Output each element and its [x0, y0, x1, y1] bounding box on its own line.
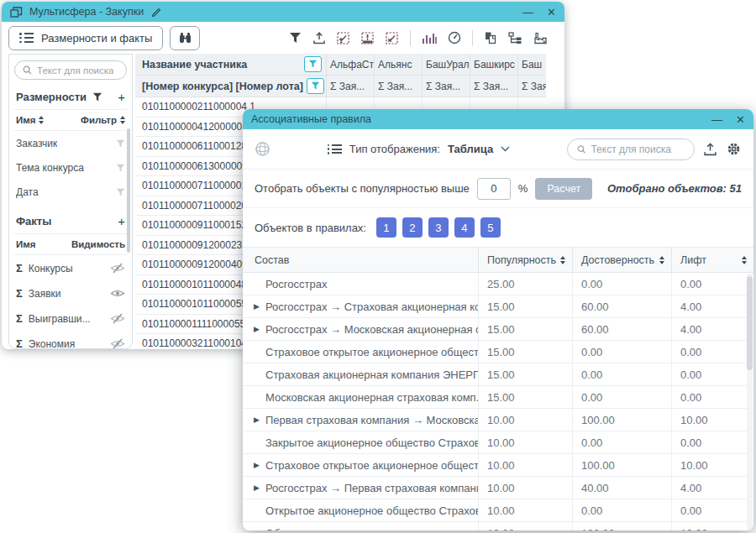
sort-icon[interactable] — [742, 256, 747, 264]
eye-hidden-icon[interactable] — [110, 313, 125, 324]
sphere-icon[interactable] — [255, 141, 270, 157]
filter-icon[interactable] — [92, 92, 102, 102]
measure-header[interactable]: Σ Зая... — [470, 76, 518, 97]
expand-icon[interactable]: ▶ — [254, 461, 265, 469]
column-header-lift[interactable]: Лифт — [671, 248, 753, 272]
rule-size-button[interactable]: 3 — [428, 217, 449, 238]
measure-header[interactable]: Σ Зая... — [327, 76, 375, 97]
rule-row[interactable]: ▶ Закрытое акционерное общество Страхов.… — [243, 431, 753, 454]
column-header[interactable]: Альянс — [375, 54, 423, 75]
rule-row[interactable]: ▶ Страховое открытое акционерное общест.… — [243, 341, 753, 363]
rule-row[interactable]: ▶ Росгосстрах 25.00 0.00 0.00 — [243, 273, 753, 295]
filter-icon[interactable] — [289, 32, 302, 44]
expand-icon[interactable]: ▶ — [254, 415, 265, 424]
main-window-title: Мультисфера - Закупки — [29, 6, 144, 18]
histogram-icon[interactable] — [422, 32, 437, 44]
col-dimension-header[interactable]: [Номер конкурса] [Номер лота] — [135, 76, 327, 97]
rule-size-button[interactable]: 2 — [402, 217, 423, 238]
gauge-icon[interactable] — [448, 31, 461, 44]
column-filter[interactable]: Фильтр — [81, 115, 125, 125]
measure-header[interactable]: Σ Зая... — [375, 76, 423, 97]
rules-scrollbar-thumb[interactable] — [747, 276, 753, 370]
expand-icon[interactable]: ▶ — [254, 302, 265, 311]
expand-icon[interactable]: ▶ — [254, 483, 265, 492]
column-header[interactable]: БашУрал — [423, 54, 470, 75]
rule-row[interactable]: ▶ Об... 10.00 100.00 10.00 — [243, 522, 753, 530]
fact-item[interactable]: Σ Заявки — [13, 280, 128, 306]
sigma-icon: Σ — [16, 287, 23, 300]
eye-hidden-icon[interactable] — [110, 263, 125, 274]
edit-icon[interactable] — [150, 7, 161, 17]
minimize-button[interactable]: — — [711, 114, 722, 125]
dimensions-facts-button[interactable]: Размерности и факты — [8, 26, 163, 50]
search-binoculars-button[interactable] — [170, 26, 200, 50]
copy-icon[interactable] — [484, 31, 497, 44]
close-button[interactable]: ✕ — [736, 114, 745, 125]
close-button[interactable]: ✕ — [547, 7, 556, 18]
sort-icon[interactable] — [659, 256, 664, 264]
rule-row[interactable]: ▶ Московская акционерная страховая комп.… — [243, 386, 753, 409]
rule-size-button[interactable]: 4 — [454, 217, 475, 238]
add-fact-button[interactable]: + — [118, 214, 125, 228]
add-note-icon[interactable] — [337, 32, 350, 44]
eye-hidden-icon[interactable] — [110, 338, 125, 349]
filter-icon[interactable] — [116, 139, 125, 149]
minimize-button[interactable]: — — [522, 7, 533, 18]
list-icon — [19, 33, 34, 43]
dialog-search-input[interactable] — [591, 144, 685, 155]
display-type-selector[interactable]: Тип отображения: Таблица — [328, 143, 510, 155]
filter-icon[interactable] — [116, 188, 125, 197]
rules-table-header: Состав Популярность Достоверность Лифт — [243, 248, 753, 273]
hierarchy-icon[interactable] — [508, 32, 522, 44]
eye-visible-icon[interactable] — [110, 288, 125, 299]
column-header[interactable]: АльфаСтр — [327, 54, 375, 75]
expand-icon[interactable]: ▶ — [254, 529, 265, 530]
rule-row[interactable]: ▶ Росгосстрах → Первая страховая компани… — [243, 477, 753, 499]
fact-item[interactable]: Σ Экономия — [13, 331, 128, 356]
dialog-search[interactable] — [567, 138, 695, 160]
expand-icon[interactable]: ▶ — [254, 325, 265, 333]
fact-item[interactable]: Σ Выигравши... — [13, 306, 128, 331]
row-dimension-header[interactable]: Название участника — [135, 54, 327, 75]
rule-size-button[interactable]: 1 — [376, 217, 396, 238]
popularity-threshold-input[interactable] — [477, 178, 511, 200]
filter-button[interactable] — [307, 78, 324, 94]
dimension-item[interactable]: Дата — [13, 180, 128, 204]
dimension-item[interactable]: Тема конкурса — [13, 155, 128, 180]
column-header-composition[interactable]: Состав — [243, 248, 478, 272]
column-header-confidence[interactable]: Достоверность — [572, 248, 671, 272]
sort-icon[interactable] — [560, 256, 565, 264]
sidebar-scrollbar[interactable] — [127, 128, 130, 253]
filter-button[interactable] — [304, 56, 322, 72]
measure-header[interactable]: Σ Зая... — [423, 76, 470, 97]
calculate-button[interactable]: Расчет — [535, 178, 592, 200]
dimension-item[interactable]: Заказчик — [13, 131, 128, 155]
fact-item[interactable]: Σ Конкурсы — [13, 255, 128, 280]
export-icon[interactable] — [703, 143, 717, 156]
column-header[interactable]: Баш — [518, 54, 546, 75]
percent-label: % — [518, 182, 528, 195]
filter-icon[interactable] — [116, 164, 125, 173]
factory-icon[interactable] — [533, 32, 548, 44]
add-dimension-button[interactable]: + — [118, 90, 125, 104]
objects-in-rules-row: Объектов в правилах: 12345 — [243, 208, 753, 247]
column-name[interactable]: Имя — [16, 115, 44, 125]
rule-row[interactable]: ▶ Первая страховая компания → Московска.… — [243, 409, 753, 431]
rule-size-button[interactable]: 5 — [480, 217, 501, 238]
rule-row[interactable]: ▶ Страховое открытое акционерное общест.… — [243, 454, 753, 477]
export-icon[interactable] — [312, 32, 326, 44]
remove-note-icon[interactable] — [386, 32, 399, 44]
column-header-popularity[interactable]: Популярность — [478, 248, 572, 272]
dialog-title: Ассоциативные правила — [251, 113, 371, 125]
sidebar-search[interactable]: Текст для поиска — [14, 60, 127, 80]
measure-header[interactable]: Σ Зая... — [518, 76, 546, 97]
rule-row[interactable]: ▶ Росгосстрах → Московская акционерная с… — [243, 318, 753, 341]
rule-row[interactable]: ▶ Росгосстрах → Страховая акционерная ко… — [243, 295, 753, 318]
window-restore-icon[interactable] — [10, 7, 23, 18]
pivot-header-row2: [Номер конкурса] [Номер лота] Σ Зая...Σ … — [135, 76, 546, 97]
rule-row[interactable]: ▶ Страховая акционерная компания ЭНЕРГ..… — [243, 363, 753, 386]
column-header[interactable]: Башкирс — [470, 54, 518, 75]
settings-gear-icon[interactable] — [726, 141, 742, 157]
rule-row[interactable]: ▶ Открытое акционерное общество Страхов.… — [243, 499, 753, 522]
warning-note-icon[interactable] — [361, 32, 375, 44]
